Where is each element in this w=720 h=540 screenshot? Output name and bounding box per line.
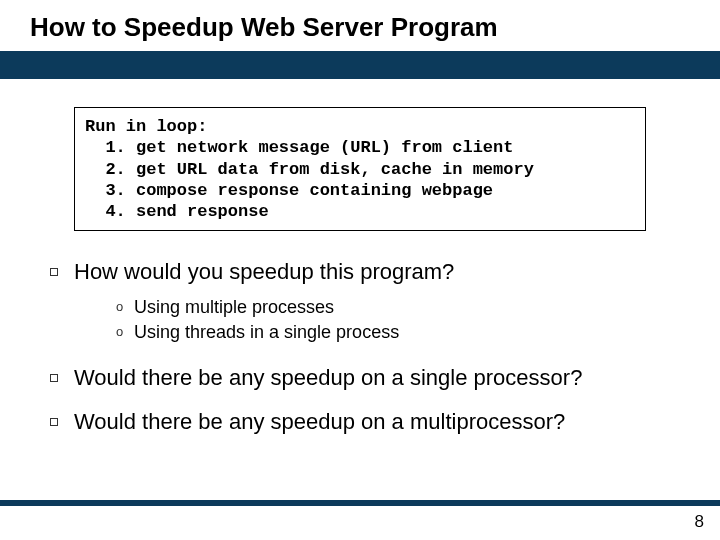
footer-bar xyxy=(0,500,720,506)
title-bar xyxy=(0,51,720,79)
bullet-item: Would there be any speedup on a single p… xyxy=(50,365,690,391)
square-bullet-icon xyxy=(50,418,58,426)
sub-item: o Using threads in a single process xyxy=(116,322,690,343)
bullet-text: Would there be any speedup on a multipro… xyxy=(74,409,565,435)
bullet-item: Would there be any speedup on a multipro… xyxy=(50,409,690,435)
bullet-text: Would there be any speedup on a single p… xyxy=(74,365,582,391)
code-line: 4. send response xyxy=(85,202,269,221)
bullet-text: How would you speedup this program? xyxy=(74,259,454,285)
code-box: Run in loop: 1. get network message (URL… xyxy=(74,107,646,231)
circle-bullet-icon: o xyxy=(116,297,134,318)
square-bullet-icon xyxy=(50,268,58,276)
code-line: Run in loop: xyxy=(85,117,207,136)
code-line: 2. get URL data from disk, cache in memo… xyxy=(85,160,534,179)
code-line: 1. get network message (URL) from client xyxy=(85,138,513,157)
square-bullet-icon xyxy=(50,374,58,382)
slide-title: How to Speedup Web Server Program xyxy=(0,0,720,51)
slide: How to Speedup Web Server Program Run in… xyxy=(0,0,720,540)
bullet-item: How would you speedup this program? xyxy=(50,259,690,285)
sub-text: Using threads in a single process xyxy=(134,322,399,343)
sub-item: o Using multiple processes xyxy=(116,297,690,318)
code-line: 3. compose response containing webpage xyxy=(85,181,493,200)
body: How would you speedup this program? o Us… xyxy=(0,231,720,435)
sub-text: Using multiple processes xyxy=(134,297,334,318)
circle-bullet-icon: o xyxy=(116,322,134,343)
sub-list: o Using multiple processes o Using threa… xyxy=(116,297,690,343)
page-number: 8 xyxy=(695,512,704,532)
